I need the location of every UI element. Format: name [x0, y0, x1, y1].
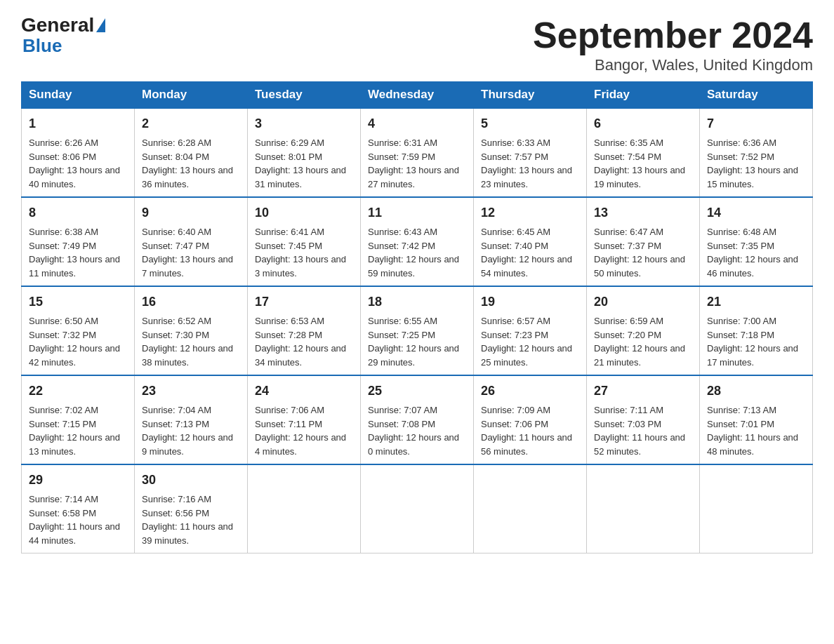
- calendar-cell: 23 Sunrise: 7:04 AMSunset: 7:13 PMDaylig…: [135, 375, 248, 464]
- location-title: Bangor, Wales, United Kingdom: [533, 56, 813, 74]
- day-info: Sunrise: 6:38 AMSunset: 7:49 PMDaylight:…: [29, 227, 120, 279]
- day-info: Sunrise: 6:41 AMSunset: 7:45 PMDaylight:…: [255, 227, 346, 279]
- calendar-cell: 5 Sunrise: 6:33 AMSunset: 7:57 PMDayligh…: [474, 108, 587, 197]
- day-number: 29: [29, 471, 127, 490]
- day-number: 21: [707, 293, 805, 311]
- title-area: September 2024 Bangor, Wales, United Kin…: [533, 14, 813, 74]
- day-number: 25: [368, 382, 466, 401]
- calendar-header-sunday: Sunday: [22, 82, 135, 109]
- calendar-week-row: 1 Sunrise: 6:26 AMSunset: 8:06 PMDayligh…: [22, 108, 813, 197]
- calendar-cell: 10 Sunrise: 6:41 AMSunset: 7:45 PMDaylig…: [248, 197, 361, 286]
- day-number: 4: [368, 114, 466, 133]
- calendar-cell: 20 Sunrise: 6:59 AMSunset: 7:20 PMDaylig…: [587, 286, 700, 375]
- day-number: 13: [594, 203, 692, 222]
- calendar-header-wednesday: Wednesday: [361, 82, 474, 109]
- logo-blue-text: Blue: [21, 35, 62, 57]
- calendar-header-friday: Friday: [587, 82, 700, 109]
- calendar-cell: 27 Sunrise: 7:11 AMSunset: 7:03 PMDaylig…: [587, 375, 700, 464]
- day-number: 2: [142, 114, 240, 133]
- calendar-week-row: 22 Sunrise: 7:02 AMSunset: 7:15 PMDaylig…: [22, 375, 813, 464]
- day-info: Sunrise: 7:09 AMSunset: 7:06 PMDaylight:…: [481, 405, 572, 457]
- day-info: Sunrise: 6:45 AMSunset: 7:40 PMDaylight:…: [481, 227, 572, 279]
- day-info: Sunrise: 7:02 AMSunset: 7:15 PMDaylight:…: [29, 405, 120, 457]
- day-number: 10: [255, 203, 353, 222]
- day-number: 8: [29, 203, 127, 222]
- day-info: Sunrise: 6:29 AMSunset: 8:01 PMDaylight:…: [255, 137, 346, 189]
- calendar-cell: 4 Sunrise: 6:31 AMSunset: 7:59 PMDayligh…: [361, 108, 474, 197]
- calendar-cell: [474, 464, 587, 554]
- day-number: 18: [368, 293, 466, 311]
- day-number: 9: [142, 203, 240, 222]
- day-info: Sunrise: 6:59 AMSunset: 7:20 PMDaylight:…: [594, 316, 685, 368]
- calendar-cell: [700, 464, 813, 554]
- logo-arrow-icon: [96, 18, 105, 32]
- day-number: 20: [594, 293, 692, 311]
- day-info: Sunrise: 7:06 AMSunset: 7:11 PMDaylight:…: [255, 405, 346, 457]
- calendar-cell: 21 Sunrise: 7:00 AMSunset: 7:18 PMDaylig…: [700, 286, 813, 375]
- calendar-cell: 25 Sunrise: 7:07 AMSunset: 7:08 PMDaylig…: [361, 375, 474, 464]
- day-number: 27: [594, 382, 692, 401]
- day-number: 3: [255, 114, 353, 133]
- day-info: Sunrise: 6:52 AMSunset: 7:30 PMDaylight:…: [142, 316, 233, 368]
- logo: General Blue: [21, 14, 105, 57]
- calendar-week-row: 29 Sunrise: 7:14 AMSunset: 6:58 PMDaylig…: [22, 464, 813, 554]
- day-info: Sunrise: 6:43 AMSunset: 7:42 PMDaylight:…: [368, 227, 459, 279]
- day-number: 12: [481, 203, 579, 222]
- day-number: 11: [368, 203, 466, 222]
- day-number: 17: [255, 293, 353, 311]
- day-info: Sunrise: 6:35 AMSunset: 7:54 PMDaylight:…: [594, 137, 685, 189]
- day-number: 24: [255, 382, 353, 401]
- day-number: 23: [142, 382, 240, 401]
- day-info: Sunrise: 7:11 AMSunset: 7:03 PMDaylight:…: [594, 405, 685, 457]
- calendar-cell: 17 Sunrise: 6:53 AMSunset: 7:28 PMDaylig…: [248, 286, 361, 375]
- calendar-cell: 6 Sunrise: 6:35 AMSunset: 7:54 PMDayligh…: [587, 108, 700, 197]
- calendar-cell: 7 Sunrise: 6:36 AMSunset: 7:52 PMDayligh…: [700, 108, 813, 197]
- day-info: Sunrise: 6:48 AMSunset: 7:35 PMDaylight:…: [707, 227, 798, 279]
- calendar-cell: 13 Sunrise: 6:47 AMSunset: 7:37 PMDaylig…: [587, 197, 700, 286]
- day-info: Sunrise: 7:16 AMSunset: 6:56 PMDaylight:…: [142, 494, 233, 546]
- page-header: General Blue September 2024 Bangor, Wale…: [21, 14, 813, 74]
- calendar-cell: 18 Sunrise: 6:55 AMSunset: 7:25 PMDaylig…: [361, 286, 474, 375]
- day-number: 19: [481, 293, 579, 311]
- day-info: Sunrise: 6:50 AMSunset: 7:32 PMDaylight:…: [29, 316, 120, 368]
- day-number: 6: [594, 114, 692, 133]
- day-info: Sunrise: 7:13 AMSunset: 7:01 PMDaylight:…: [707, 405, 798, 457]
- calendar-table: SundayMondayTuesdayWednesdayThursdayFrid…: [21, 81, 813, 554]
- day-info: Sunrise: 6:31 AMSunset: 7:59 PMDaylight:…: [368, 137, 459, 189]
- calendar-cell: 3 Sunrise: 6:29 AMSunset: 8:01 PMDayligh…: [248, 108, 361, 197]
- day-info: Sunrise: 6:40 AMSunset: 7:47 PMDaylight:…: [142, 227, 233, 279]
- day-number: 28: [707, 382, 805, 401]
- calendar-header-saturday: Saturday: [700, 82, 813, 109]
- calendar-cell: [248, 464, 361, 554]
- calendar-cell: 14 Sunrise: 6:48 AMSunset: 7:35 PMDaylig…: [700, 197, 813, 286]
- day-number: 1: [29, 114, 127, 133]
- day-number: 30: [142, 471, 240, 490]
- day-info: Sunrise: 7:04 AMSunset: 7:13 PMDaylight:…: [142, 405, 233, 457]
- day-info: Sunrise: 6:33 AMSunset: 7:57 PMDaylight:…: [481, 137, 572, 189]
- day-info: Sunrise: 6:53 AMSunset: 7:28 PMDaylight:…: [255, 316, 346, 368]
- calendar-cell: 11 Sunrise: 6:43 AMSunset: 7:42 PMDaylig…: [361, 197, 474, 286]
- calendar-cell: 19 Sunrise: 6:57 AMSunset: 7:23 PMDaylig…: [474, 286, 587, 375]
- calendar-cell: 24 Sunrise: 7:06 AMSunset: 7:11 PMDaylig…: [248, 375, 361, 464]
- calendar-cell: 1 Sunrise: 6:26 AMSunset: 8:06 PMDayligh…: [22, 108, 135, 197]
- day-info: Sunrise: 7:07 AMSunset: 7:08 PMDaylight:…: [368, 405, 459, 457]
- calendar-cell: 16 Sunrise: 6:52 AMSunset: 7:30 PMDaylig…: [135, 286, 248, 375]
- calendar-cell: 12 Sunrise: 6:45 AMSunset: 7:40 PMDaylig…: [474, 197, 587, 286]
- calendar-cell: [587, 464, 700, 554]
- calendar-header-row: SundayMondayTuesdayWednesdayThursdayFrid…: [22, 82, 813, 109]
- calendar-cell: 9 Sunrise: 6:40 AMSunset: 7:47 PMDayligh…: [135, 197, 248, 286]
- calendar-cell: 30 Sunrise: 7:16 AMSunset: 6:56 PMDaylig…: [135, 464, 248, 554]
- day-number: 14: [707, 203, 805, 222]
- day-number: 22: [29, 382, 127, 401]
- day-number: 16: [142, 293, 240, 311]
- calendar-cell: 8 Sunrise: 6:38 AMSunset: 7:49 PMDayligh…: [22, 197, 135, 286]
- calendar-cell: 26 Sunrise: 7:09 AMSunset: 7:06 PMDaylig…: [474, 375, 587, 464]
- day-info: Sunrise: 6:36 AMSunset: 7:52 PMDaylight:…: [707, 137, 798, 189]
- calendar-cell: 28 Sunrise: 7:13 AMSunset: 7:01 PMDaylig…: [700, 375, 813, 464]
- logo-general-text: General: [21, 14, 94, 36]
- day-info: Sunrise: 6:55 AMSunset: 7:25 PMDaylight:…: [368, 316, 459, 368]
- calendar-cell: 22 Sunrise: 7:02 AMSunset: 7:15 PMDaylig…: [22, 375, 135, 464]
- day-number: 7: [707, 114, 805, 133]
- calendar-header-thursday: Thursday: [474, 82, 587, 109]
- calendar-cell: 29 Sunrise: 7:14 AMSunset: 6:58 PMDaylig…: [22, 464, 135, 554]
